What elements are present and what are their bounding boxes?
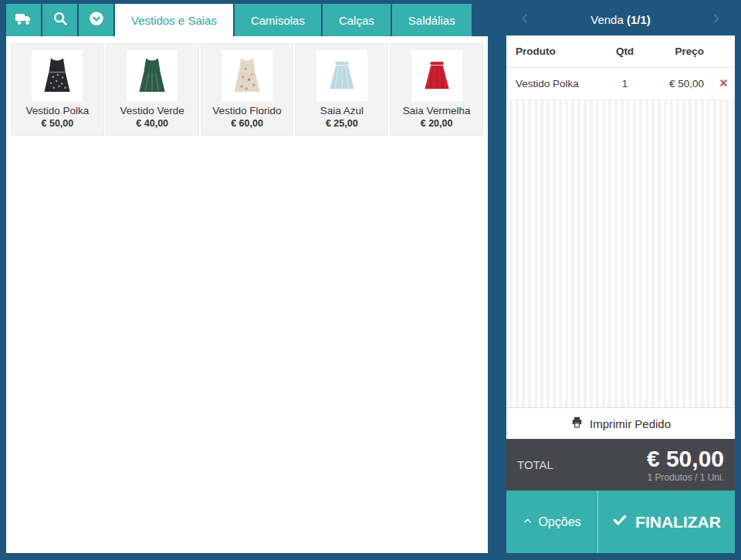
- sale-footer: Opções FINALIZAR: [506, 491, 735, 553]
- total-summary: 1 Produtos / 1 Uni.: [648, 472, 724, 483]
- product-image: [222, 50, 272, 101]
- product-name: Vestido Polka: [25, 105, 89, 116]
- product-name: Vestido Florido: [212, 105, 281, 116]
- delete-icon: [719, 78, 728, 89]
- printer-icon: [570, 416, 584, 431]
- line-item-product: Vestido Polka: [506, 78, 604, 89]
- next-sale-button[interactable]: [708, 12, 725, 29]
- product-grid: Vestido Polka € 50,00 Vestido Verde € 40…: [6, 36, 488, 553]
- product-price: € 25,00: [326, 118, 358, 129]
- product-name: Saia Azul: [320, 105, 364, 116]
- tab-bar: Vestidos e Saias Camisolas Calças Saldál…: [6, 4, 488, 36]
- total-bar: TOTAL € 50,00 1 Produtos / 1 Uni.: [506, 439, 735, 491]
- line-item-quantity: 1: [604, 78, 646, 89]
- search-button[interactable]: [42, 4, 77, 36]
- finalize-label: FINALIZAR: [635, 513, 721, 531]
- truck-icon: [15, 9, 33, 31]
- total-amount: € 50,00: [647, 447, 724, 471]
- product-image: [127, 50, 178, 101]
- sale-title: Venda (1/1): [590, 13, 651, 26]
- dress-icon: [225, 54, 269, 97]
- tab-label: Calças: [339, 14, 374, 27]
- product-name: Vestido Verde: [120, 105, 184, 116]
- remove-line-item-button[interactable]: [712, 68, 735, 100]
- product-price: € 50,00: [42, 118, 74, 129]
- dress-icon: [130, 54, 174, 97]
- tab-label: Saldálias: [408, 14, 455, 27]
- catalog-section: Vestidos e Saias Camisolas Calças Saldál…: [6, 4, 488, 553]
- product-image: [316, 50, 367, 101]
- product-price: € 40,00: [136, 118, 168, 129]
- product-card-saia-vermelha[interactable]: Saia Vermelha € 20,00: [390, 43, 483, 136]
- print-order-label: Imprimir Pedido: [590, 417, 671, 430]
- check-icon: [612, 512, 628, 531]
- skirt-icon: [418, 56, 456, 95]
- product-image: [32, 50, 83, 101]
- chevron-left-icon: [519, 12, 531, 27]
- tab-label: Vestidos e Saias: [131, 14, 217, 27]
- skirt-icon: [323, 56, 361, 95]
- print-order-button[interactable]: Imprimir Pedido: [506, 407, 735, 439]
- search-icon: [52, 10, 69, 30]
- finalize-button[interactable]: FINALIZAR: [598, 491, 735, 553]
- total-label: TOTAL: [517, 458, 553, 471]
- tab-calcas[interactable]: Calças: [323, 4, 391, 36]
- product-card-vestido-florido[interactable]: Vestido Florido € 60,00: [201, 43, 294, 136]
- previous-sale-button[interactable]: [516, 12, 533, 29]
- column-header-produto: Produto: [506, 46, 604, 57]
- chevron-up-icon: [523, 515, 533, 529]
- column-header-actions: [712, 35, 735, 67]
- total-values: € 50,00 1 Produtos / 1 Uni.: [647, 447, 724, 483]
- options-button[interactable]: Opções: [506, 491, 598, 553]
- product-image: [411, 50, 462, 101]
- products-row: Vestido Polka € 50,00 Vestido Verde € 40…: [11, 43, 483, 136]
- sale-panel-header: Venda (1/1): [506, 4, 735, 35]
- delivery-button[interactable]: [6, 4, 41, 36]
- product-price: € 60,00: [231, 118, 263, 129]
- product-card-vestido-verde[interactable]: Vestido Verde € 40,00: [106, 43, 199, 136]
- app-frame: Vestidos e Saias Camisolas Calças Saldál…: [0, 0, 741, 560]
- sale-panel: Venda (1/1) Produto Qtd Preço Vestido Po…: [506, 4, 735, 553]
- sale-list-empty-area: [506, 100, 735, 407]
- categories-dropdown-button[interactable]: [79, 4, 113, 36]
- options-label: Opções: [538, 515, 580, 529]
- chevron-down-circle-icon: [88, 10, 105, 30]
- sale-page-indicator: (1/1): [627, 13, 651, 26]
- column-header-qtd: Qtd: [604, 46, 646, 57]
- line-item-price: € 50,00: [646, 78, 712, 89]
- product-name: Saia Vermelha: [403, 105, 471, 116]
- column-header-preco: Preço: [646, 46, 712, 57]
- tab-vestidos-e-saias[interactable]: Vestidos e Saias: [115, 4, 233, 36]
- dress-icon: [36, 54, 79, 97]
- tab-label: Camisolas: [251, 14, 305, 27]
- sale-line-item: Vestido Polka 1 € 50,00: [506, 68, 735, 100]
- product-card-vestido-polka[interactable]: Vestido Polka € 50,00: [11, 43, 104, 136]
- product-card-saia-azul[interactable]: Saia Azul € 25,00: [295, 43, 388, 136]
- tab-saldalias[interactable]: Saldálias: [392, 4, 472, 36]
- product-price: € 20,00: [421, 118, 453, 129]
- sale-title-text: Venda: [590, 13, 624, 26]
- tab-camisolas[interactable]: Camisolas: [235, 4, 321, 36]
- chevron-right-icon: [710, 12, 722, 27]
- sale-table-header: Produto Qtd Preço: [506, 35, 735, 68]
